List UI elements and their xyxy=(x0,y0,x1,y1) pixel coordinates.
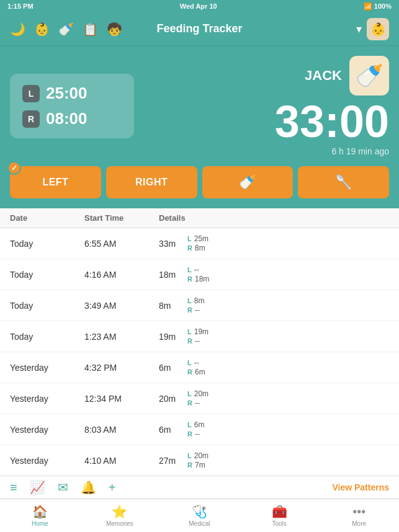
row-detail: 6m L 6m R -- xyxy=(159,420,389,438)
view-patterns-button[interactable]: View Patterns xyxy=(332,482,389,492)
row-lr: L 25m R 8m xyxy=(187,234,208,252)
spoon-icon: 🥄 xyxy=(335,174,352,190)
r-badge: R xyxy=(187,368,192,376)
more-icon: ••• xyxy=(352,505,365,519)
l-badge: L xyxy=(187,421,192,428)
bottle-button[interactable]: 🍼 xyxy=(202,166,294,198)
row-start: 12:34 PM xyxy=(84,394,159,404)
table-row[interactable]: Yesterday 4:32 PM 6m L -- R 6m xyxy=(0,352,399,383)
bottle-feed-icon: 🍼 xyxy=(239,174,256,190)
row-lr: L 6m R -- xyxy=(187,420,204,438)
row-r: R -- xyxy=(187,306,204,314)
row-duration: 33m xyxy=(159,239,177,249)
child-icon[interactable]: 🧒 xyxy=(107,22,122,37)
row-l: L 20m xyxy=(187,451,208,460)
row-start: 3:49 AM xyxy=(84,301,159,311)
row-duration: 8m xyxy=(159,301,177,311)
tab-more[interactable]: ••• More xyxy=(319,499,399,532)
tab-tools[interactable]: 🧰 Tools xyxy=(240,499,320,532)
row-r: R -- xyxy=(187,399,208,407)
row-detail: 18m L -- R 18m xyxy=(159,265,389,283)
row-l: L 20m xyxy=(187,389,208,398)
r-badge: R xyxy=(187,337,192,345)
row-date: Today xyxy=(10,239,84,249)
row-r: R 8m xyxy=(187,244,208,252)
tab-memories[interactable]: ⭐ Memories xyxy=(80,499,160,532)
table-row[interactable]: Yesterday 4:10 AM 27m L 20m R 7m xyxy=(0,445,399,476)
table-row[interactable]: Today 3:49 AM 8m L 8m R -- xyxy=(0,290,399,321)
home-icon: 🏠 xyxy=(32,504,48,519)
table-row[interactable]: Yesterday 8:03 AM 6m L 6m R -- xyxy=(0,414,399,445)
row-l: L -- xyxy=(187,265,209,274)
spoon-button[interactable]: 🥄 xyxy=(298,166,389,198)
status-day: Wed Apr 10 xyxy=(180,2,217,10)
left-timer-row: L 25:00 xyxy=(22,84,122,103)
status-bar: 1:15 PM Wed Apr 10 📶 100% xyxy=(0,0,399,12)
tab-medical-label: Medical xyxy=(189,520,210,527)
r-badge: R xyxy=(187,461,192,469)
tab-medical[interactable]: 🩺 Medical xyxy=(159,499,240,532)
l-val: 20m xyxy=(194,389,208,398)
user-avatar[interactable]: 👶 xyxy=(367,18,389,40)
dropdown-icon[interactable]: ▾ xyxy=(356,22,362,36)
main-content: L 25:00 R 08:00 JACK 🍼 33:00 6 h 19 min … xyxy=(0,46,399,208)
l-badge: L xyxy=(187,235,192,242)
header-nav-icons: 🌙 👶 🍼 📋 🧒 xyxy=(10,22,122,37)
col-details: Details xyxy=(159,213,389,223)
r-val: -- xyxy=(195,399,200,407)
r-val: -- xyxy=(195,430,200,438)
mail-icon[interactable]: ✉ xyxy=(58,480,68,495)
l-val: 19m xyxy=(194,327,208,336)
side-timers: L 25:00 R 08:00 xyxy=(10,74,134,138)
add-icon[interactable]: + xyxy=(109,481,116,495)
moon-icon[interactable]: 🌙 xyxy=(10,22,25,37)
l-val: 6m xyxy=(194,420,205,429)
right-button[interactable]: RIGHT xyxy=(106,166,197,198)
row-detail: 8m L 8m R -- xyxy=(159,296,389,314)
row-r: R 7m xyxy=(187,461,208,469)
data-table-area: Date Start Time Details Today 6:55 AM 33… xyxy=(0,208,399,499)
row-lr: L -- R 18m xyxy=(187,265,209,283)
left-button[interactable]: ✓ LEFT xyxy=(10,166,101,198)
l-val: -- xyxy=(194,265,199,274)
tab-home[interactable]: 🏠 Home xyxy=(0,499,80,532)
row-r: R -- xyxy=(187,430,204,438)
row-detail: 6m L -- R 6m xyxy=(159,358,389,376)
row-duration: 6m xyxy=(159,363,177,373)
l-badge: L xyxy=(187,359,192,366)
r-val: 7m xyxy=(195,461,205,469)
row-date: Yesterday xyxy=(10,394,84,404)
row-start: 4:10 AM xyxy=(84,456,159,466)
row-date: Today xyxy=(10,270,84,280)
data-table: Date Start Time Details Today 6:55 AM 33… xyxy=(0,208,399,476)
row-l: L 19m xyxy=(187,327,208,336)
row-detail: 20m L 20m R -- xyxy=(159,389,389,407)
timer-panel: L 25:00 R 08:00 JACK 🍼 33:00 6 h 19 min … xyxy=(10,56,389,156)
l-badge: L xyxy=(187,266,192,273)
clipboard-icon[interactable]: 📋 xyxy=(83,22,98,37)
row-lr: L -- R 6m xyxy=(187,358,205,376)
list-icon[interactable]: ≡ xyxy=(10,481,17,495)
r-badge: R xyxy=(187,430,192,438)
r-val: 8m xyxy=(195,244,205,252)
table-row[interactable]: Today 4:16 AM 18m L -- R 18m xyxy=(0,259,399,290)
table-rows: Today 6:55 AM 33m L 25m R 8m Today 4:16 … xyxy=(0,228,399,476)
r-badge: R xyxy=(187,399,192,407)
bell-icon[interactable]: 🔔 xyxy=(81,480,96,495)
header-title: Feeding Tracker xyxy=(156,22,242,35)
chart-icon[interactable]: 📈 xyxy=(30,480,45,495)
table-row[interactable]: Today 6:55 AM 33m L 25m R 8m xyxy=(0,228,399,259)
main-timer-area: JACK 🍼 33:00 6 h 19 min ago xyxy=(134,56,389,156)
table-row[interactable]: Today 1:23 AM 19m L 19m R -- xyxy=(0,321,399,352)
time-ago: 6 h 19 min ago xyxy=(146,146,389,156)
table-row[interactable]: Yesterday 12:34 PM 20m L 20m R -- xyxy=(0,383,399,414)
row-start: 1:23 AM xyxy=(84,332,159,342)
l-val: 8m xyxy=(194,296,205,305)
baby-icon[interactable]: 👶 xyxy=(34,22,50,37)
bottle-icon[interactable]: 🍼 xyxy=(58,22,74,37)
row-duration: 19m xyxy=(159,332,177,342)
tab-tools-label: Tools xyxy=(272,520,286,527)
col-date: Date xyxy=(10,213,84,223)
r-badge: R xyxy=(187,244,192,252)
action-buttons: ✓ LEFT RIGHT 🍼 🥄 xyxy=(10,166,389,198)
